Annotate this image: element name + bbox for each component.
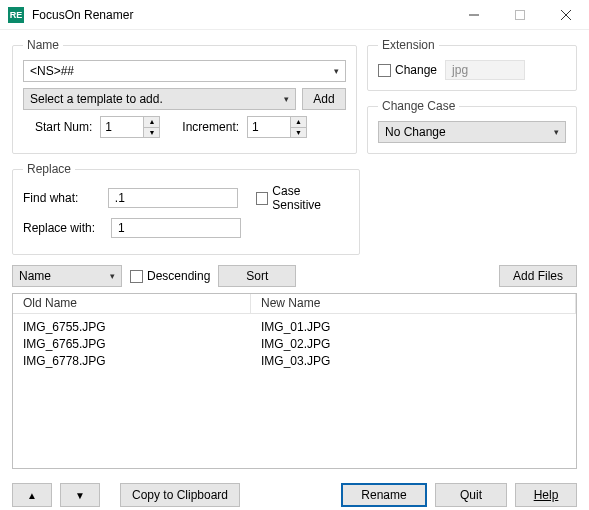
template-combo[interactable]: Select a template to add. ▾ bbox=[23, 88, 296, 110]
move-up-button[interactable] bbox=[12, 483, 52, 507]
extension-group: Extension Change jpg bbox=[367, 38, 577, 91]
change-ext-checkbox[interactable]: Change bbox=[378, 63, 437, 77]
start-num-label: Start Num: bbox=[35, 120, 92, 134]
replace-group: Replace Find what: Case Sensitive Replac… bbox=[12, 162, 360, 255]
name-legend: Name bbox=[23, 38, 63, 52]
cell-new-name: IMG_03.JPG bbox=[251, 354, 576, 368]
add-files-button[interactable]: Add Files bbox=[499, 265, 577, 287]
start-num-field[interactable] bbox=[100, 116, 144, 138]
checkbox-icon bbox=[256, 192, 269, 205]
find-what-input[interactable] bbox=[108, 188, 238, 208]
increment-down[interactable]: ▼ bbox=[291, 128, 307, 139]
app-icon: RE bbox=[8, 7, 24, 23]
start-num-up[interactable]: ▲ bbox=[144, 116, 160, 128]
name-group: Name <NS>## ▾ Select a template to add. … bbox=[12, 38, 357, 154]
name-pattern-combo[interactable]: <NS>## ▾ bbox=[23, 60, 346, 82]
chevron-down-icon: ▾ bbox=[284, 94, 289, 104]
change-case-group: Change Case No Change ▾ bbox=[367, 99, 577, 154]
grid-header: Old Name New Name bbox=[13, 294, 576, 314]
titlebar: RE FocusOn Renamer bbox=[0, 0, 589, 30]
increment-field[interactable] bbox=[247, 116, 291, 138]
change-ext-label: Change bbox=[395, 63, 437, 77]
extension-legend: Extension bbox=[378, 38, 439, 52]
checkbox-icon bbox=[378, 64, 391, 77]
change-case-value: No Change bbox=[385, 125, 446, 139]
quit-button[interactable]: Quit bbox=[435, 483, 507, 507]
extension-value: jpg bbox=[445, 60, 525, 80]
cell-old-name: IMG_6755.JPG bbox=[13, 320, 251, 334]
template-placeholder: Select a template to add. bbox=[30, 92, 163, 106]
col-old-name[interactable]: Old Name bbox=[13, 294, 251, 313]
increment-up[interactable]: ▲ bbox=[291, 116, 307, 128]
help-button[interactable]: Help bbox=[515, 483, 577, 507]
chevron-down-icon: ▾ bbox=[334, 66, 339, 76]
start-num-input[interactable]: ▲ ▼ bbox=[100, 116, 160, 138]
move-down-button[interactable] bbox=[60, 483, 100, 507]
col-new-name[interactable]: New Name bbox=[251, 294, 576, 313]
minimize-button[interactable] bbox=[451, 0, 497, 30]
table-row[interactable]: IMG_6778.JPGIMG_03.JPG bbox=[13, 352, 576, 369]
copy-clipboard-button[interactable]: Copy to Clipboard bbox=[120, 483, 240, 507]
close-icon bbox=[561, 10, 571, 20]
name-pattern-value: <NS>## bbox=[30, 64, 74, 78]
change-case-combo[interactable]: No Change ▾ bbox=[378, 121, 566, 143]
case-sensitive-label: Case Sensitive bbox=[272, 184, 349, 212]
find-what-label: Find what: bbox=[23, 191, 100, 205]
replace-legend: Replace bbox=[23, 162, 75, 176]
sort-field-value: Name bbox=[19, 269, 51, 283]
close-button[interactable] bbox=[543, 0, 589, 30]
replace-with-label: Replace with: bbox=[23, 221, 103, 235]
maximize-icon bbox=[515, 10, 525, 20]
window-title: FocusOn Renamer bbox=[32, 8, 133, 22]
triangle-down-icon bbox=[75, 488, 85, 502]
increment-label: Increment: bbox=[182, 120, 239, 134]
cell-new-name: IMG_01.JPG bbox=[251, 320, 576, 334]
sort-field-combo[interactable]: Name ▾ bbox=[12, 265, 122, 287]
increment-input[interactable]: ▲ ▼ bbox=[247, 116, 307, 138]
descending-checkbox[interactable]: Descending bbox=[130, 269, 210, 283]
chevron-down-icon: ▾ bbox=[554, 127, 559, 137]
minimize-icon bbox=[469, 10, 479, 20]
cell-old-name: IMG_6765.JPG bbox=[13, 337, 251, 351]
triangle-up-icon bbox=[27, 488, 37, 502]
table-row[interactable]: IMG_6755.JPGIMG_01.JPG bbox=[13, 318, 576, 335]
rename-button[interactable]: Rename bbox=[341, 483, 427, 507]
cell-old-name: IMG_6778.JPG bbox=[13, 354, 251, 368]
sort-button[interactable]: Sort bbox=[218, 265, 296, 287]
file-grid[interactable]: Old Name New Name IMG_6755.JPGIMG_01.JPG… bbox=[12, 293, 577, 469]
start-num-down[interactable]: ▼ bbox=[144, 128, 160, 139]
change-case-legend: Change Case bbox=[378, 99, 459, 113]
replace-with-input[interactable] bbox=[111, 218, 241, 238]
descending-label: Descending bbox=[147, 269, 210, 283]
checkbox-icon bbox=[130, 270, 143, 283]
table-row[interactable]: IMG_6765.JPGIMG_02.JPG bbox=[13, 335, 576, 352]
chevron-down-icon: ▾ bbox=[110, 271, 115, 281]
svg-rect-1 bbox=[516, 10, 525, 19]
add-template-button[interactable]: Add bbox=[302, 88, 346, 110]
case-sensitive-checkbox[interactable]: Case Sensitive bbox=[256, 184, 349, 212]
cell-new-name: IMG_02.JPG bbox=[251, 337, 576, 351]
maximize-button bbox=[497, 0, 543, 30]
